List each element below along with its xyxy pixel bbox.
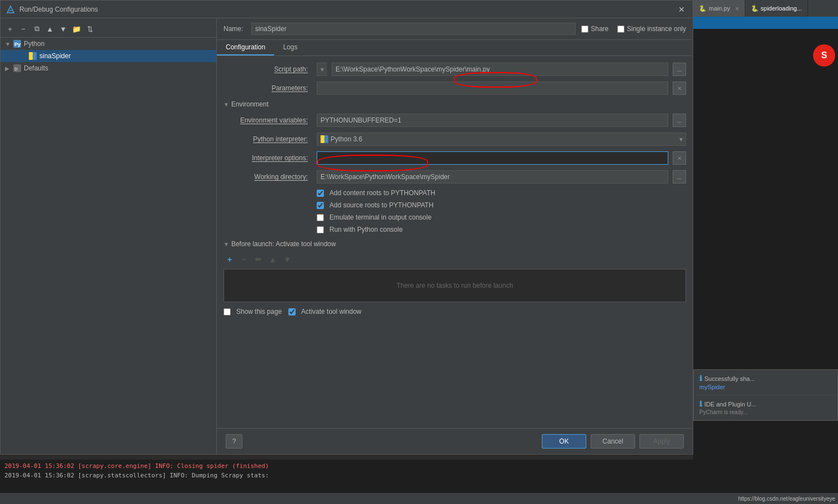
python-interpreter-display[interactable]: Python 3.6: [317, 133, 686, 146]
emulate-terminal-label[interactable]: Emulate terminal in output console: [317, 213, 686, 221]
activate-tool-window-checkbox[interactable]: [288, 308, 296, 315]
run-python-console-label[interactable]: Run with Python console: [317, 226, 686, 233]
working-directory-input[interactable]: [317, 170, 668, 184]
svg-rect-4: [29, 52, 33, 56]
working-directory-browse-btn[interactable]: ...: [673, 170, 686, 184]
script-path-input[interactable]: [332, 63, 668, 76]
before-launch-header[interactable]: ▼ Before launch: Activate tool window: [224, 240, 686, 248]
dialog-title-text: Run/Debug Configurations: [19, 6, 676, 13]
tab-main-py[interactable]: 🐍 main.py ✕: [693, 0, 745, 17]
share-checkbox[interactable]: [581, 26, 588, 33]
launch-edit-btn[interactable]: ✏: [252, 253, 265, 266]
sidebar-item-sinaSpider[interactable]: sinaSpider: [1, 50, 216, 62]
env-variables-input[interactable]: [317, 114, 668, 127]
sidebar-sinaSpider-label: sinaSpider: [39, 52, 71, 60]
add-source-roots-checkbox[interactable]: [317, 202, 324, 209]
notification-1-link[interactable]: mySpider: [699, 384, 832, 390]
python-interpreter-row: Python interpreter: Python 3.6: [224, 133, 686, 146]
run-python-console-checkbox[interactable]: [317, 226, 324, 233]
env-variables-browse-btn[interactable]: ...: [673, 114, 686, 127]
help-button[interactable]: ?: [226, 434, 242, 449]
sort-button[interactable]: ⇅: [84, 23, 96, 35]
single-instance-checkbox-label[interactable]: Single instance only: [617, 25, 686, 33]
python-small-icon: [321, 135, 328, 143]
sidebar-item-python[interactable]: ▼ Py Python: [1, 38, 216, 50]
activate-tool-window-label[interactable]: Activate tool window: [288, 308, 362, 315]
run-python-console-text: Run with Python console: [329, 226, 403, 233]
status-bar: https://blog.csdn.net/eagleuniversityeye: [0, 493, 838, 504]
env-variables-label: Environment variables:: [224, 116, 312, 124]
launch-add-btn[interactable]: +: [224, 253, 236, 266]
interpreter-options-clear-btn[interactable]: ✕: [673, 151, 686, 165]
show-this-page-checkbox[interactable]: [224, 308, 231, 315]
move-up-button[interactable]: ▲: [44, 23, 56, 35]
script-path-dropdown-btn[interactable]: ▼: [317, 63, 327, 76]
launch-up-btn[interactable]: ▲: [267, 253, 279, 266]
tab-spiderloading[interactable]: 🐍 spiderloading...: [745, 0, 809, 17]
sidebar-item-defaults[interactable]: ▶ D Defaults: [1, 62, 216, 74]
console-line-1: 2019-04-01 15:36:02 [scrapy.core.engine]…: [4, 462, 689, 471]
name-bar: Name: Share Single instance only: [217, 18, 693, 40]
move-down-button[interactable]: ▼: [57, 23, 69, 35]
show-this-page-text: Show this page: [236, 308, 282, 315]
svg-rect-11: [324, 139, 328, 143]
emulate-terminal-checkbox[interactable]: [317, 214, 324, 221]
show-this-page-label[interactable]: Show this page: [224, 308, 282, 315]
working-directory-row: Working directory: ...: [224, 170, 686, 184]
status-url: https://blog.csdn.net/eagleuniversityeye: [738, 496, 835, 502]
script-path-row: Script path: ▼ ...: [224, 63, 686, 76]
console-area: 2019-04-01 15:36:02 [scrapy.core.engine]…: [0, 460, 693, 493]
tab-configuration[interactable]: Configuration: [217, 40, 274, 55]
python-interpreter-label: Python interpreter:: [224, 135, 312, 143]
tab-close-icon[interactable]: ✕: [735, 6, 739, 12]
parameters-clear-btn[interactable]: ✕: [673, 82, 686, 95]
run-debug-dialog: Run/Debug Configurations ✕ + − ⧉ ▲ ▼ 📁 ⇅…: [0, 0, 693, 455]
dialog-close-button[interactable]: ✕: [676, 4, 687, 15]
defaults-icon: D: [13, 64, 22, 73]
working-directory-label: Working directory:: [224, 173, 312, 181]
launch-down-btn[interactable]: ▼: [281, 253, 293, 266]
svg-rect-7: [29, 56, 33, 60]
add-config-button[interactable]: +: [4, 23, 16, 35]
working-directory-label-text: Working directory:: [255, 173, 308, 181]
dialog-footer: ? OK Cancel Apply: [217, 428, 693, 454]
launch-toolbar: + − ✏ ▲ ▼: [224, 253, 686, 266]
remove-config-button[interactable]: −: [17, 23, 29, 35]
info-icon-2: ℹ: [699, 400, 702, 408]
share-checkbox-label[interactable]: Share: [581, 25, 608, 33]
copy-config-button[interactable]: ⧉: [31, 23, 43, 35]
emulate-terminal-text: Emulate terminal in output console: [329, 213, 431, 221]
add-source-roots-label[interactable]: Add source roots to PYTHONPATH: [317, 201, 686, 209]
parameters-input[interactable]: [317, 82, 668, 95]
script-path-browse-btn[interactable]: ...: [673, 63, 686, 76]
cancel-button[interactable]: Cancel: [591, 434, 635, 449]
ok-button[interactable]: OK: [542, 434, 586, 449]
ide-tab-bar: 🐍 main.py ✕ 🐍 spiderloading...: [693, 0, 838, 17]
single-instance-label-text: Single instance only: [627, 25, 686, 33]
sidebar-defaults-label: Defaults: [24, 64, 48, 72]
name-label: Name:: [224, 25, 246, 33]
bottom-checkboxes: Show this page Activate tool window: [224, 308, 686, 315]
env-variables-label-text: Environment variables:: [240, 116, 308, 124]
svg-rect-10: [321, 135, 324, 139]
share-label-text: Share: [591, 25, 608, 33]
dialog-body: + − ⧉ ▲ ▼ 📁 ⇅ ▼ Py Python: [1, 18, 693, 454]
svg-rect-6: [33, 52, 37, 56]
environment-section-header[interactable]: ▼ Environment: [224, 100, 686, 108]
tab-logs[interactable]: Logs: [274, 40, 306, 55]
script-path-label-text: Script path:: [274, 65, 308, 73]
name-input[interactable]: [251, 23, 576, 35]
dialog-content: Name: Share Single instance only Confi: [217, 18, 693, 454]
add-content-roots-label[interactable]: Add content roots to PYTHONPATH: [317, 189, 686, 197]
apply-button[interactable]: Apply: [639, 434, 684, 449]
add-content-roots-checkbox[interactable]: [317, 190, 324, 197]
launch-empty-area: There are no tasks to run before launch: [224, 269, 686, 302]
add-content-roots-text: Add content roots to PYTHONPATH: [329, 189, 435, 197]
folder-button[interactable]: 📁: [70, 23, 83, 35]
sina-logo: S: [813, 44, 835, 67]
interpreter-options-input[interactable]: [317, 151, 668, 165]
expand-arrow-python: ▼: [5, 41, 13, 47]
python-interpreter-wrapper: Python 3.6 ▼: [317, 133, 686, 146]
single-instance-checkbox[interactable]: [617, 26, 624, 33]
launch-remove-btn[interactable]: −: [238, 253, 250, 266]
